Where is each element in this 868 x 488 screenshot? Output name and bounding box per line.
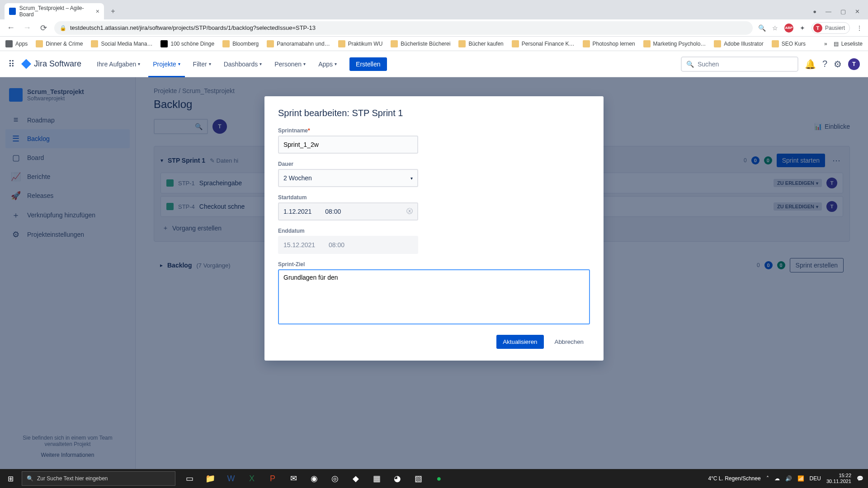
nav-apps[interactable]: Apps▾ bbox=[314, 51, 341, 77]
edge-icon[interactable]: ◕ bbox=[388, 469, 407, 488]
create-button[interactable]: Erstellen bbox=[349, 57, 387, 71]
reload-icon[interactable]: ⟳ bbox=[38, 23, 49, 33]
url-bar[interactable]: 🔒 testdeutsch1.atlassian.net/jira/softwa… bbox=[54, 21, 753, 35]
bookmark-item[interactable]: Bücherliste Bücherei bbox=[391, 40, 450, 47]
close-window-icon[interactable]: ✕ bbox=[855, 8, 860, 15]
chevron-down-icon: ▾ bbox=[178, 61, 180, 66]
maximize-icon[interactable]: ▢ bbox=[840, 8, 846, 15]
bookmark-item[interactable]: Praktikum WU bbox=[338, 40, 383, 47]
sprint-goal-textarea[interactable] bbox=[278, 269, 590, 324]
excel-icon[interactable]: X bbox=[242, 469, 261, 488]
nav-your-work[interactable]: Ihre Aufgaben▾ bbox=[92, 51, 145, 77]
nav-filters[interactable]: Filter▾ bbox=[189, 51, 216, 77]
close-icon[interactable]: × bbox=[96, 8, 99, 15]
obs-icon[interactable]: ◎ bbox=[326, 469, 344, 488]
jira-favicon bbox=[9, 8, 16, 15]
avatar: T bbox=[813, 23, 822, 33]
bookmark-overflow-icon[interactable]: » bbox=[824, 41, 827, 47]
bookmark-item[interactable]: Photoshop lernen bbox=[583, 40, 635, 47]
bookmark-item[interactable]: Bücher kaufen bbox=[458, 40, 503, 47]
notepad-icon[interactable]: ▧ bbox=[409, 469, 428, 488]
bookmark-item[interactable]: Social Media Mana… bbox=[91, 40, 152, 47]
chevron-down-icon: ▾ bbox=[209, 61, 211, 66]
task-view-icon[interactable]: ▭ bbox=[180, 469, 199, 488]
profile-chip[interactable]: T Pausiert bbox=[811, 22, 850, 34]
startdate-input[interactable]: 1.12.2021 08:00 ⓧ bbox=[278, 202, 418, 221]
bookmark-item[interactable]: Panoramabahn und… bbox=[267, 40, 330, 47]
chrome-icon[interactable]: ◉ bbox=[305, 469, 324, 488]
account-dot-icon[interactable]: ● bbox=[813, 8, 816, 15]
app-icon[interactable]: ◆ bbox=[346, 469, 365, 488]
system-tray: 4°C L. Regen/Schnee ˄ ☁ 🔊 📶 DEU 15:22 30… bbox=[708, 473, 868, 484]
bookmark-item[interactable]: Adobe Illustrator bbox=[714, 40, 763, 47]
chevron-down-icon: ▾ bbox=[259, 61, 262, 66]
nav-dashboards[interactable]: Dashboards▾ bbox=[219, 51, 267, 77]
clock[interactable]: 15:22 30.11.2021 bbox=[826, 473, 851, 484]
settings-icon[interactable]: ⚙ bbox=[834, 59, 842, 70]
bookmark-item[interactable]: Personal Finance K… bbox=[512, 40, 575, 47]
chevron-down-icon: ▾ bbox=[138, 61, 140, 66]
nav-people[interactable]: Personen▾ bbox=[270, 51, 310, 77]
language-indicator[interactable]: DEU bbox=[810, 475, 821, 482]
jira-logo[interactable]: Jira Software bbox=[21, 59, 81, 69]
chrome-menu-icon[interactable]: ⋮ bbox=[856, 24, 863, 32]
windows-taskbar: ⊞ 🔍 Zur Suche Text hier eingeben ▭ 📁 W X… bbox=[0, 469, 868, 488]
extensions-icon[interactable]: ✦ bbox=[800, 24, 805, 32]
reading-list-button[interactable]: ▤Leseliste bbox=[834, 41, 863, 47]
bookmark-item[interactable]: Marketing Psycholo… bbox=[643, 40, 706, 47]
duration-select[interactable]: 2 Wochen ▾ bbox=[278, 169, 418, 187]
url-text: testdeutsch1.atlassian.net/jira/software… bbox=[70, 24, 316, 31]
notifications-icon[interactable]: 🔔 bbox=[805, 59, 816, 70]
duration-label: Dauer bbox=[278, 161, 590, 167]
word-icon[interactable]: W bbox=[222, 469, 241, 488]
modal-actions: Aktualisieren Abbrechen bbox=[278, 335, 590, 349]
minimize-icon[interactable]: — bbox=[826, 8, 831, 15]
volume-icon[interactable]: 🔊 bbox=[785, 475, 792, 482]
app-icon[interactable]: ▦ bbox=[367, 469, 386, 488]
bookmark-item[interactable]: Dinner & Crime bbox=[36, 40, 83, 47]
search-icon: 🔍 bbox=[686, 61, 694, 68]
nav-projects[interactable]: Projekte▾ bbox=[148, 51, 184, 77]
update-button[interactable]: Aktualisieren bbox=[496, 335, 543, 349]
bookmark-item[interactable]: 100 schöne Dinge bbox=[160, 40, 214, 47]
sprintname-input[interactable] bbox=[278, 136, 418, 154]
lock-icon: 🔒 bbox=[60, 25, 66, 31]
clear-icon[interactable]: ⓧ bbox=[406, 207, 413, 216]
mail-icon[interactable]: ✉ bbox=[284, 469, 303, 488]
enddate-label: Enddatum bbox=[278, 228, 590, 234]
new-tab-button[interactable]: + bbox=[107, 5, 119, 18]
jira-logo-icon bbox=[21, 59, 31, 69]
wifi-icon[interactable]: 📶 bbox=[797, 475, 804, 482]
chevron-down-icon: ▾ bbox=[410, 176, 413, 181]
startdate-label: Startdatum bbox=[278, 194, 590, 201]
browser-tab-active[interactable]: Scrum_Testprojekt – Agile-Board × bbox=[5, 3, 104, 19]
explorer-icon[interactable]: 📁 bbox=[201, 469, 220, 488]
search-input[interactable]: 🔍 Suchen bbox=[681, 56, 798, 72]
forward-icon: → bbox=[22, 23, 33, 33]
help-icon[interactable]: ? bbox=[822, 59, 827, 69]
bookmark-item[interactable]: Bloomberg bbox=[222, 40, 259, 47]
start-button[interactable]: ⊞ bbox=[0, 469, 21, 488]
bookmark-item[interactable]: SEO Kurs bbox=[772, 40, 806, 47]
cancel-button[interactable]: Abbrechen bbox=[548, 335, 590, 349]
adblock-icon[interactable]: ABP bbox=[784, 23, 793, 33]
spotify-icon[interactable]: ● bbox=[429, 469, 448, 488]
notifications-icon[interactable]: 💬 bbox=[857, 475, 863, 482]
powerpoint-icon[interactable]: P bbox=[263, 469, 282, 488]
start-date-value: 1.12.2021 bbox=[283, 208, 311, 215]
end-date-value: 15.12.2021 bbox=[283, 241, 315, 249]
onedrive-icon[interactable]: ☁ bbox=[774, 475, 780, 482]
tray-chevron-icon[interactable]: ˄ bbox=[766, 475, 769, 482]
profile-avatar[interactable]: T bbox=[848, 58, 860, 70]
zoom-icon[interactable]: 🔍 bbox=[758, 24, 766, 32]
windows-search[interactable]: 🔍 Zur Suche Text hier eingeben bbox=[22, 471, 175, 486]
enddate-input: 15.12.2021 08:00 bbox=[278, 236, 418, 254]
back-icon[interactable]: ← bbox=[5, 23, 16, 33]
search-icon: 🔍 bbox=[27, 475, 33, 482]
goal-label: Sprint-Ziel bbox=[278, 261, 590, 267]
weather-widget[interactable]: 4°C L. Regen/Schnee bbox=[708, 475, 760, 482]
star-icon[interactable]: ☆ bbox=[772, 24, 778, 32]
apps-button[interactable]: Apps bbox=[5, 40, 28, 47]
app-switcher-icon[interactable]: ⠿ bbox=[8, 59, 15, 70]
modal-overlay[interactable]: Sprint bearbeiten: STP Sprint 1 Sprintna… bbox=[0, 77, 868, 469]
